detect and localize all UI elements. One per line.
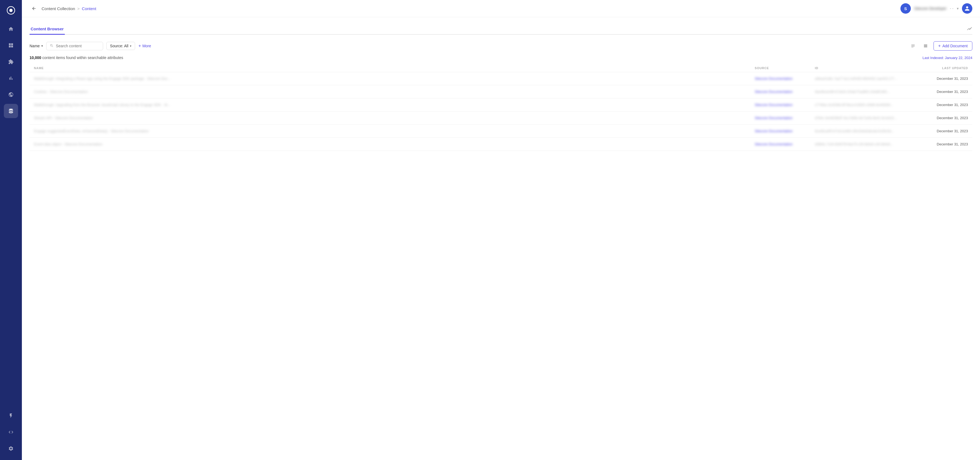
sidebar-item-globe[interactable]	[4, 87, 18, 102]
cell-date-5: December 31, 2023	[919, 142, 968, 146]
sidebar-item-settings[interactable]	[4, 441, 18, 455]
more-filters-button[interactable]: + More	[138, 43, 151, 48]
col-header-date: LAST UPDATED	[919, 67, 968, 70]
cell-source-3[interactable]: Sitecore Documentation	[755, 116, 815, 120]
back-button[interactable]	[30, 4, 38, 13]
svg-point-1	[9, 9, 13, 12]
result-count-description: content items found within searchable at…	[42, 56, 123, 60]
topbar-chevron-icon[interactable]: ▾	[957, 6, 959, 11]
more-plus-icon: +	[138, 43, 141, 48]
add-doc-plus-icon: +	[938, 43, 940, 48]
cell-name-5: Event data object - Sitecore Documentati…	[34, 142, 755, 146]
source-filter-label: Source: All	[110, 44, 128, 48]
cell-source-4[interactable]: Sitecore Documentation	[755, 129, 815, 133]
last-indexed-link[interactable]: Last Indexed: January 22, 2024	[923, 56, 972, 60]
cell-id-1: 9ae48cee48f-b7c8c8-c34a8-f7aa983-c34a8f1…	[815, 90, 919, 94]
sidebar-item-dashboard[interactable]	[4, 38, 18, 52]
result-count-text: 10,000 content items found within search…	[30, 56, 123, 60]
result-count-number: 10,000	[30, 56, 41, 60]
add-document-button[interactable]: + Add Document	[934, 41, 972, 51]
cell-id-5: d3884c-7c04-830070f-8ee70-c30-8d4e0-c30-…	[815, 143, 919, 146]
cell-source-5[interactable]: Sitecore Documentation	[755, 142, 815, 146]
svg-point-2	[9, 109, 13, 110]
breadcrumb-parent[interactable]: Content Collection	[41, 6, 75, 11]
col-header-source: SOURCE	[755, 67, 815, 70]
toolbar: Name ▾ Source: All ▾ + More	[30, 41, 972, 51]
user-avatar-s[interactable]: S	[900, 3, 911, 14]
topbar: Content Collection > Content S Sitecore …	[22, 0, 980, 17]
source-filter-dropdown[interactable]: Source: All ▾	[107, 42, 135, 50]
cell-id-0: a9bea41d8c-7aa77-bc1-b45483-9604402-1ae4…	[815, 77, 919, 81]
sidebar-item-integrations[interactable]	[4, 55, 18, 69]
cell-id-2: c7748ac-dc4038d-8f74bca-fc3000-c3488-4e4…	[815, 103, 919, 107]
cell-name-3: Stream API - Sitecore Documentation	[34, 116, 755, 120]
table-row[interactable]: Walkthrough: Upgrading from the Boxever …	[30, 98, 972, 111]
sidebar-logo	[5, 5, 17, 16]
table-row[interactable]: Stream API - Sitecore Documentation Site…	[30, 111, 972, 125]
list-view-button[interactable]	[921, 41, 930, 51]
search-input[interactable]	[56, 44, 100, 48]
source-filter-chevron-icon: ▾	[130, 44, 132, 48]
sidebar-item-home[interactable]	[4, 22, 18, 36]
add-doc-label: Add Document	[942, 44, 968, 48]
tab-content-browser[interactable]: Content Browser	[30, 24, 65, 35]
user-name-label: Sitecore Developer	[914, 6, 947, 11]
sidebar-item-code[interactable]	[4, 425, 18, 439]
cell-date-3: December 31, 2023	[919, 116, 968, 120]
cell-date-0: December 31, 2023	[919, 76, 968, 81]
cell-source-1[interactable]: Sitecore Documentation	[755, 90, 815, 94]
topbar-extra-dots[interactable]: - -	[950, 6, 953, 11]
main-area: Content Collection > Content S Sitecore …	[22, 0, 980, 460]
cell-name-4: Engage suggestedEventData, enhancedData(…	[34, 129, 755, 133]
tabs-container: Content Browser	[30, 24, 972, 35]
name-filter-dropdown[interactable]: Name ▾	[30, 44, 43, 48]
cell-source-0[interactable]: Sitecore Documentation	[755, 76, 815, 81]
sidebar-item-analytics[interactable]	[4, 71, 18, 85]
search-box	[46, 42, 103, 50]
result-count-row: 10,000 content items found within search…	[30, 56, 972, 60]
table-row[interactable]: Engage suggestedEventData, enhancedData(…	[30, 125, 972, 138]
cell-source-2[interactable]: Sitecore Documentation	[755, 103, 815, 107]
cell-name-1: Cookies - Sitecore Documentation	[34, 90, 755, 94]
content-area: Content Browser Name ▾	[22, 17, 980, 460]
name-filter-chevron-icon: ▾	[41, 44, 43, 48]
cell-name-2: Walkthrough: Upgrading from the Boxever …	[34, 103, 755, 107]
search-icon	[50, 44, 54, 48]
tab-chart-icon[interactable]	[966, 25, 972, 33]
topbar-right: S Sitecore Developer - - ▾	[900, 3, 972, 14]
cell-id-3: d7b9c-3cb4839b97-8cc7d08c-6e71e5e-8e41-9…	[815, 116, 919, 120]
sidebar	[0, 0, 22, 460]
name-filter-label: Name	[30, 44, 40, 48]
cell-date-2: December 31, 2023	[919, 103, 968, 107]
toolbar-right: + Add Document	[908, 41, 972, 51]
breadcrumb-separator: >	[77, 6, 80, 11]
breadcrumb-current: Content	[82, 6, 96, 11]
table-row[interactable]: Walkthrough: Integrating a React app usi…	[30, 72, 972, 85]
cell-id-4: 8ce48ca4f0-b7c0c1e4b6-c94c5d4a5abcde13c9…	[815, 129, 919, 133]
table-row[interactable]: Event data object - Sitecore Documentati…	[30, 138, 972, 151]
breadcrumb: Content Collection > Content	[41, 6, 96, 11]
table-body: Walkthrough: Integrating a React app usi…	[30, 72, 972, 151]
cell-date-4: December 31, 2023	[919, 129, 968, 133]
card-view-button[interactable]	[908, 41, 918, 51]
user-avatar-icon[interactable]	[962, 3, 972, 14]
col-header-id: ID	[815, 67, 919, 70]
more-label: More	[142, 44, 151, 48]
table-row[interactable]: Cookies - Sitecore Documentation Sitecor…	[30, 85, 972, 98]
sidebar-item-database[interactable]	[4, 104, 18, 118]
table-header: NAME SOURCE ID LAST UPDATED	[30, 64, 972, 72]
cell-date-1: December 31, 2023	[919, 90, 968, 94]
sidebar-item-lightning[interactable]	[4, 409, 18, 423]
col-header-name: NAME	[34, 67, 755, 70]
content-table: NAME SOURCE ID LAST UPDATED Walkthrough:…	[30, 64, 972, 151]
cell-name-0: Walkthrough: Integrating a React app usi…	[34, 76, 755, 81]
